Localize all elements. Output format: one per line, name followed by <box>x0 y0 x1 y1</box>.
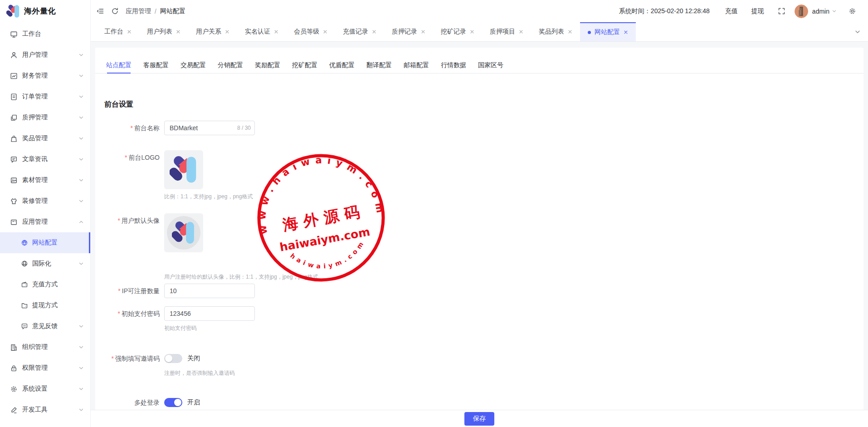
config-tab-trade[interactable]: 交易配置 <box>180 58 206 73</box>
sidebar-item-decor-mgmt[interactable]: 装修管理 <box>0 191 90 211</box>
field-label: *强制填写邀请码 <box>104 351 164 377</box>
invite-code-toggle[interactable] <box>164 354 182 363</box>
chevron-down-icon <box>78 407 84 412</box>
tab-real-name-auth[interactable]: 实名认证 <box>237 22 286 41</box>
user-icon <box>10 51 18 59</box>
tab-user-relations[interactable]: 用户关系 <box>188 22 237 41</box>
tab-site-config[interactable]: 网站配置 <box>580 22 636 41</box>
sidebar-item-material-mgmt[interactable]: 素材管理 <box>0 170 90 191</box>
config-tab-market-data[interactable]: 行情数据 <box>441 58 466 73</box>
close-icon[interactable] <box>274 29 278 34</box>
collapse-sidebar-icon[interactable] <box>97 7 104 15</box>
chevron-down-icon <box>78 115 84 120</box>
sidebar-item-order-mgmt[interactable]: 订单管理 <box>0 86 90 107</box>
config-tab-country-code[interactable]: 国家区号 <box>478 58 503 73</box>
logo-upload[interactable] <box>164 150 203 189</box>
config-tab-distribution[interactable]: 分销配置 <box>218 58 243 73</box>
sidebar-item-i18n[interactable]: 国际化 <box>0 253 90 274</box>
sidebar-item-prize-mgmt[interactable]: 奖品管理 <box>0 128 90 149</box>
recharge-link[interactable]: 充值 <box>725 7 738 15</box>
document-icon <box>10 93 18 101</box>
config-tab-youdun[interactable]: 优盾配置 <box>329 58 355 73</box>
chevron-down-icon <box>832 9 837 14</box>
sidebar-item-pledge-mgmt[interactable]: 质押管理 <box>0 107 90 128</box>
config-card: 站点配置 客服配置 交易配置 分销配置 奖励配置 挖矿配置 优盾配置 翻译配置 … <box>95 48 863 427</box>
avatar-upload[interactable] <box>164 213 203 252</box>
tab-mining-records[interactable]: 挖矿记录 <box>433 22 482 41</box>
tab-list-chevron-icon[interactable] <box>854 29 861 35</box>
close-icon[interactable] <box>568 29 572 34</box>
sidebar-item-withdraw-method[interactable]: 提现方式 <box>0 295 90 316</box>
config-tab-mining[interactable]: 挖矿配置 <box>292 58 317 73</box>
field-label: *IP可注册数量 <box>104 284 164 298</box>
form-row-site-name: *前台名称 8 / 30 <box>95 121 863 135</box>
sidebar-item-recharge-method[interactable]: 充值方式 <box>0 274 90 295</box>
close-icon[interactable] <box>470 29 474 34</box>
config-tab-translate[interactable]: 翻译配置 <box>366 58 392 73</box>
tab-user-list[interactable]: 用户列表 <box>139 22 188 41</box>
close-icon[interactable] <box>519 29 523 34</box>
refresh-icon[interactable] <box>111 7 119 15</box>
user-avatar[interactable] <box>795 5 808 18</box>
chart-icon <box>10 72 18 80</box>
sidebar-item-sys-settings[interactable]: 系统设置 <box>0 378 90 399</box>
chevron-down-icon <box>78 324 84 329</box>
required-asterisk: * <box>131 124 133 132</box>
toggle-knob <box>174 399 181 406</box>
sidebar-item-app-mgmt[interactable]: 应用管理 <box>0 211 90 232</box>
ip-limit-input[interactable] <box>164 284 255 298</box>
system-time: 系统时间：2025-02-20 12:28:48 <box>619 7 710 15</box>
close-icon[interactable] <box>127 29 132 34</box>
tab-pledge-projects[interactable]: 质押项目 <box>482 22 531 41</box>
sidebar-item-dev-tools[interactable]: 开发工具 <box>0 399 90 420</box>
default-avatar-image <box>167 216 200 250</box>
tab-prize-list[interactable]: 奖品列表 <box>531 22 580 41</box>
close-icon[interactable] <box>421 29 425 34</box>
tab-member-level[interactable]: 会员等级 <box>286 22 335 41</box>
bag-icon <box>10 135 18 142</box>
username: admin <box>812 8 829 15</box>
sidebar-item-feedback[interactable]: 意见反馈 <box>0 316 90 337</box>
multi-login-toggle[interactable] <box>164 398 182 407</box>
fullscreen-icon[interactable] <box>778 7 785 15</box>
avatar-hint: 用户注册时给的默认头像，比例：1:1，支持jpg，jpeg，png格式 <box>164 273 318 281</box>
form-row-pay-password: *初始支付密码 初始支付密码 <box>95 306 863 332</box>
field-label: *用户默认头像 <box>104 213 164 281</box>
user-menu[interactable]: admin <box>812 8 837 15</box>
withdraw-link[interactable]: 提现 <box>751 7 764 15</box>
tab-workbench[interactable]: 工作台 <box>97 22 139 41</box>
sidebar-item-finance-mgmt[interactable]: 财务管理 <box>0 65 90 86</box>
close-icon[interactable] <box>225 29 229 34</box>
tab-pledge-records[interactable]: 质押记录 <box>384 22 433 41</box>
monitor-icon <box>10 30 18 38</box>
tab-recharge-records[interactable]: 充值记录 <box>335 22 384 41</box>
brand-name: 海外量化 <box>24 6 56 16</box>
sidebar-item-site-config[interactable]: 网站配置 <box>0 232 90 253</box>
lock-icon <box>10 364 18 372</box>
config-tab-mail[interactable]: 邮箱配置 <box>404 58 429 73</box>
required-asterisk: * <box>118 310 120 317</box>
sidebar-item-articles[interactable]: 文章资讯 <box>0 149 90 170</box>
sidebar-item-org-mgmt[interactable]: 组织管理 <box>0 337 90 358</box>
field-label: *初始支付密码 <box>104 306 164 332</box>
invite-code-state: 关闭 <box>187 354 200 363</box>
sidebar-item-user-mgmt[interactable]: 用户管理 <box>0 44 90 65</box>
copy-icon <box>10 114 18 122</box>
settings-gear-icon[interactable] <box>848 7 856 15</box>
sidebar-nav: 工作台 用户管理 财务管理 订单管理 质押管理 <box>0 22 90 427</box>
pay-password-input[interactable] <box>164 306 255 321</box>
close-icon[interactable] <box>372 29 376 34</box>
save-button[interactable]: 保存 <box>464 412 494 426</box>
breadcrumb-app-mgmt[interactable]: 应用管理 <box>126 7 151 15</box>
multi-login-state: 开启 <box>187 398 200 407</box>
sidebar-item-workbench[interactable]: 工作台 <box>0 24 90 44</box>
close-icon[interactable] <box>323 29 327 34</box>
sidebar-item-perm-mgmt[interactable]: 权限管理 <box>0 358 90 378</box>
invite-code-hint: 注册时，是否强制输入邀请码 <box>164 369 235 377</box>
config-tab-reward[interactable]: 奖励配置 <box>255 58 280 73</box>
config-tab-site[interactable]: 站点配置 <box>106 58 132 73</box>
config-tab-service[interactable]: 客服配置 <box>143 58 169 73</box>
save-bar: 保存 <box>91 410 868 427</box>
close-icon[interactable] <box>176 29 180 34</box>
close-icon[interactable] <box>624 30 628 34</box>
